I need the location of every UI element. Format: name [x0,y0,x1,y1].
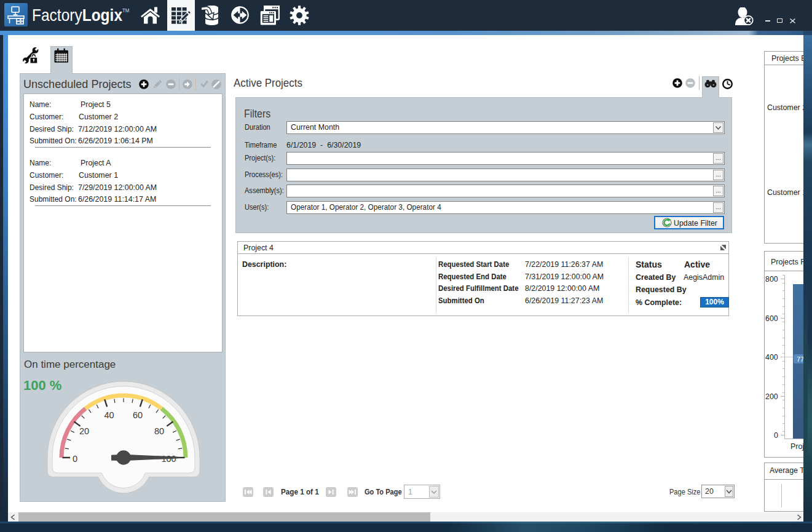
svg-text:20: 20 [79,426,89,436]
svg-text:40: 40 [104,410,114,420]
svg-text:80: 80 [154,426,164,436]
svg-text:60: 60 [133,410,143,420]
svg-text:0: 0 [73,454,77,464]
